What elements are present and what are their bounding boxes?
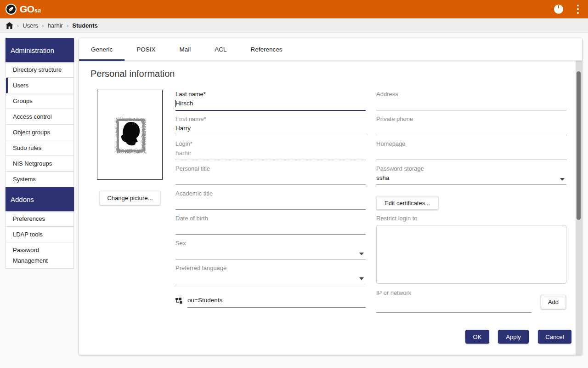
sex-select[interactable] — [175, 248, 366, 259]
field-sex: Sex — [175, 240, 366, 259]
date-of-birth-label: Date of birth — [175, 215, 366, 222]
restrict-login-list[interactable] — [376, 225, 566, 284]
sidebar-item-users[interactable]: Users — [6, 78, 74, 93]
private-phone-input[interactable] — [376, 124, 566, 135]
sidebar-section-administration: Administration — [6, 38, 74, 62]
breadcrumb-separator: › — [67, 22, 68, 29]
field-password-storage: Password storage — [376, 165, 566, 185]
password-storage-select[interactable] — [376, 173, 566, 184]
field-date-of-birth: Date of birth — [175, 215, 366, 235]
preferred-language-label: Preferred language — [175, 264, 366, 272]
preferred-language-select[interactable] — [175, 273, 366, 284]
sidebar-item-password-management[interactable]: Password Management — [6, 242, 74, 268]
sidebar: Administration Directory structure Users… — [6, 38, 74, 269]
sex-label: Sex — [175, 240, 366, 247]
scrollbar-thumb[interactable] — [577, 71, 581, 220]
sidebar-section-addons: Addons — [6, 187, 74, 211]
field-private-phone: Private phone — [376, 115, 566, 135]
tab-references[interactable]: References — [239, 38, 294, 60]
field-address: Address — [376, 91, 566, 110]
user-photo — [97, 90, 163, 180]
overflow-menu-icon[interactable] — [574, 4, 582, 15]
sidebar-item-nis-netgroups[interactable]: NIS Netgroups — [6, 156, 74, 172]
homepage-input[interactable] — [376, 149, 566, 160]
academic-title-label: Academic title — [175, 190, 366, 197]
chevron-down-icon[interactable] — [359, 253, 364, 255]
sidebar-item-systems[interactable]: Systems — [6, 172, 74, 187]
breadcrumb-separator: › — [17, 22, 19, 29]
field-first-name: First name* — [175, 115, 366, 135]
homepage-label: Homepage — [376, 140, 566, 148]
first-name-input[interactable] — [175, 124, 366, 135]
breadcrumb-users[interactable]: Users — [23, 22, 38, 29]
scrollbar-track[interactable] — [576, 61, 582, 355]
sidebar-item-directory-structure[interactable]: Directory structure — [6, 62, 74, 78]
text-cursor — [175, 100, 176, 107]
gosa-logo[interactable]: GOsa — [6, 4, 41, 15]
user-edit-panel: Generic POSIX Mail ACL References Person… — [79, 38, 582, 355]
sidebar-item-sudo-rules[interactable]: Sudo rules — [6, 140, 74, 156]
add-button[interactable]: Add — [541, 295, 566, 309]
login-input — [175, 149, 366, 160]
chevron-down-icon[interactable] — [560, 178, 565, 181]
private-phone-label: Private phone — [376, 115, 566, 123]
ip-or-network-input[interactable] — [376, 301, 531, 312]
academic-title-input[interactable] — [175, 198, 366, 209]
sidebar-item-groups[interactable]: Groups — [6, 93, 74, 109]
tab-posix[interactable]: POSIX — [124, 38, 167, 60]
breadcrumb-harhir[interactable]: harhir — [48, 22, 63, 29]
field-login: Login* — [175, 140, 366, 160]
tab-mail[interactable]: Mail — [168, 38, 203, 60]
restrict-login-label: Restrict login to — [376, 215, 418, 222]
last-name-label: Last name* — [175, 91, 366, 98]
login-label: Login* — [175, 140, 366, 148]
tab-acl[interactable]: ACL — [203, 38, 238, 60]
date-of-birth-input[interactable] — [175, 223, 366, 234]
breadcrumb-students-current: Students — [72, 22, 98, 29]
apply-button[interactable]: Apply — [498, 330, 529, 344]
address-input[interactable] — [376, 99, 566, 110]
personal-title-input[interactable] — [175, 173, 366, 184]
field-homepage: Homepage — [376, 140, 566, 160]
field-ip-or-network: IP or network — [376, 289, 531, 313]
sidebar-item-access-control[interactable]: Access control — [6, 109, 74, 125]
chevron-down-icon[interactable] — [359, 277, 364, 280]
session-timer-icon[interactable] — [554, 5, 563, 14]
field-personal-title: Personal title — [175, 165, 366, 185]
tree-icon[interactable] — [175, 295, 183, 306]
field-preferred-language: Preferred language — [175, 264, 366, 284]
tab-generic[interactable]: Generic — [79, 38, 124, 60]
first-name-label: First name* — [175, 115, 366, 123]
base-input[interactable] — [187, 295, 366, 307]
sidebar-item-preferences[interactable]: Preferences — [6, 211, 74, 227]
tab-bar: Generic POSIX Mail ACL References — [79, 38, 582, 61]
last-name-input[interactable] — [175, 99, 366, 110]
home-icon[interactable] — [6, 22, 13, 29]
logo-text: GO — [20, 4, 34, 14]
logo-suffix: sa — [34, 7, 41, 14]
ok-button[interactable]: OK — [465, 330, 489, 344]
ip-or-network-label: IP or network — [376, 289, 531, 297]
address-label: Address — [376, 91, 566, 98]
page-title: Personal information — [90, 69, 175, 79]
change-picture-button[interactable]: Change picture... — [100, 191, 160, 205]
field-academic-title: Academic title — [175, 190, 366, 210]
field-last-name: Last name* — [175, 91, 366, 111]
breadcrumb: › Users › harhir › Students — [0, 18, 588, 33]
field-base — [175, 295, 366, 308]
breadcrumb-separator: › — [42, 22, 44, 29]
app-header: GOsa — [0, 0, 588, 18]
sidebar-item-ldap-tools[interactable]: LDAP tools — [6, 227, 74, 242]
personal-title-label: Personal title — [175, 165, 366, 172]
cancel-button[interactable]: Cancel — [538, 330, 571, 344]
sidebar-item-object-groups[interactable]: Object groups — [6, 125, 74, 140]
edit-certificates-button[interactable]: Edit certificates... — [376, 196, 438, 210]
rocket-icon — [6, 4, 17, 15]
password-storage-label: Password storage — [376, 165, 566, 172]
